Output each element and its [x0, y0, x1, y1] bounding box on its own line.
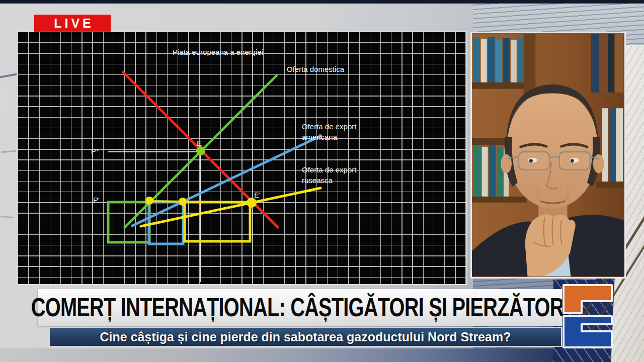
energy-market-diagram: Piata europeana a energiei Oferta domest… [17, 31, 467, 285]
headline-banner: COMERȚ INTERNAȚIONAL: CÂȘTIGĂTORI ȘI PIE… [38, 289, 562, 326]
label-equilibrium: E [197, 138, 202, 148]
label-autarky-price: P* [91, 146, 99, 156]
label-us-export-supply: Oferta de export americana [302, 121, 356, 142]
speaker-portrait [472, 33, 624, 277]
us-export-supply-curve [132, 136, 321, 226]
diagram-canvas [18, 32, 466, 284]
subheadline-banner: Cine câștiga și cine pierde din sabotare… [49, 327, 562, 347]
label-domestic-supply: Oferta domestica [287, 64, 344, 74]
subheadline-text: Cine câștiga și cine pierde din sabotare… [100, 330, 511, 344]
label-trade-equilibrium: E' [254, 190, 261, 200]
trade-point-domestic [145, 197, 153, 205]
tv-frame: LIVE Piata europeana a energiei Oferta d… [0, 0, 644, 362]
logo-top-shape [564, 285, 612, 313]
logo-bottom-shape [564, 316, 612, 347]
channel-logo [561, 283, 614, 349]
speaker-panel [470, 32, 626, 279]
diagram-title: Piata europeana a energiei [173, 47, 263, 57]
live-badge-label: LIVE [51, 16, 94, 31]
live-badge: LIVE [34, 15, 111, 32]
ru-export-supply-curve [141, 188, 320, 226]
label-trade-price: P' [93, 195, 100, 205]
top-edge-strip [0, 0, 644, 4]
label-ru-export-supply: Oferta de export ruseasca [302, 164, 356, 186]
trade-point-us [179, 198, 187, 206]
headline-text: COMERȚ INTERNAȚIONAL: CÂȘTIGĂTORI ȘI PIE… [31, 293, 569, 322]
background-water-bottom [0, 348, 584, 362]
yellow-import-box [185, 202, 250, 241]
